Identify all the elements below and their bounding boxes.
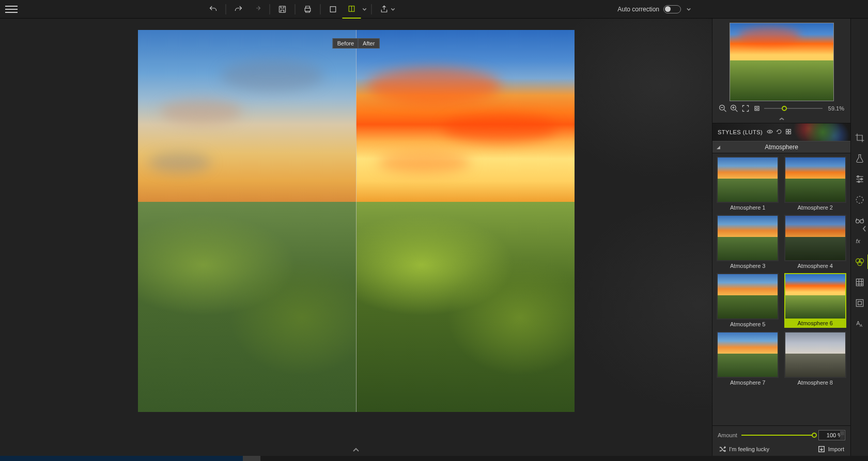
expand-filmstrip-button[interactable] [352, 446, 360, 455]
separator [320, 4, 321, 14]
share-button[interactable] [375, 0, 394, 19]
collapse-navigator-button[interactable] [712, 116, 850, 123]
redo-step-button[interactable] [248, 0, 267, 19]
amount-value-input[interactable]: 100 % [818, 430, 845, 440]
feeling-lucky-button[interactable]: I'm feeling lucky [719, 446, 769, 453]
separator [270, 4, 270, 14]
compare-divider[interactable] [356, 30, 357, 412]
after-chip: After [358, 38, 379, 49]
svg-text:fx: fx [856, 238, 860, 244]
single-view-button[interactable] [324, 0, 343, 19]
reset-icon[interactable] [776, 129, 782, 136]
preset-label: Atmosphere 2 [798, 203, 833, 212]
sidebar-footer: Amount 100 % I'm feeling lucky Import [712, 425, 850, 456]
status-bar [0, 456, 868, 461]
compare-view-button[interactable] [343, 0, 361, 19]
preset-8[interactable]: Atmosphere 8 [783, 331, 848, 387]
before-image [138, 30, 357, 412]
preset-label: Atmosphere 6 [784, 319, 846, 328]
preset-scroll-area[interactable]: Atmosphere 1Atmosphere 2Atmosphere 3Atmo… [712, 153, 850, 425]
top-toolbar: Auto correction [0, 0, 868, 19]
glasses-tool[interactable] [854, 215, 865, 226]
print-button[interactable] [299, 0, 317, 19]
svg-rect-17 [786, 132, 788, 134]
svg-line-9 [735, 109, 737, 112]
svg-rect-16 [789, 130, 791, 132]
grid-icon[interactable] [785, 129, 792, 136]
preset-5[interactable]: Atmosphere 5 [716, 273, 780, 328]
styles-header-icons [767, 129, 792, 136]
separator [371, 4, 372, 14]
preset-3[interactable]: Atmosphere 3 [716, 215, 780, 270]
svg-point-14 [769, 131, 771, 133]
svg-rect-0 [280, 6, 286, 12]
before-chip: Before [333, 38, 358, 49]
preset-1[interactable]: Atmosphere 1 [716, 156, 780, 212]
preset-label: Atmosphere 5 [730, 320, 765, 328]
svg-rect-15 [786, 130, 788, 132]
svg-rect-2 [330, 6, 336, 12]
sliders-tool[interactable] [854, 173, 865, 185]
preset-2[interactable]: Atmosphere 2 [783, 156, 848, 212]
frame-tool[interactable] [854, 297, 865, 309]
amount-slider[interactable] [741, 435, 814, 436]
preset-label: Atmosphere 1 [730, 203, 765, 212]
canvas-area: Before After [0, 19, 712, 456]
separator [295, 4, 296, 14]
preset-label: Atmosphere 4 [798, 261, 833, 270]
auto-correction-label: Auto correction [617, 6, 659, 13]
preset-7[interactable]: Atmosphere 7 [716, 331, 780, 387]
import-icon [818, 446, 825, 453]
svg-rect-33 [856, 279, 863, 285]
before-after-labels: Before After [333, 38, 380, 49]
svg-point-13 [756, 107, 758, 109]
menu-button[interactable] [5, 3, 18, 15]
after-image [356, 30, 575, 412]
svg-rect-39 [858, 301, 861, 305]
zoom-fit-button[interactable] [741, 104, 750, 113]
fx-tool[interactable]: fx [854, 235, 865, 247]
navigator-thumbnail[interactable] [730, 23, 834, 101]
amount-label: Amount [718, 432, 737, 438]
svg-rect-18 [789, 132, 791, 134]
zoom-slider[interactable] [764, 108, 823, 109]
view-mode-dropdown[interactable] [361, 0, 368, 19]
undo-button[interactable] [204, 0, 223, 19]
collapse-triangle-icon: ◢ [717, 145, 720, 150]
auto-correction-group: Auto correction [617, 0, 692, 19]
svg-rect-38 [856, 299, 863, 306]
right-sidebar: 59.1% STYLES (LUTS) ◢ Atmosphere Atmosph… [712, 19, 850, 456]
text-tool[interactable]: AA [854, 318, 865, 329]
svg-text:A: A [860, 323, 862, 328]
zoom-hand-button[interactable] [753, 104, 761, 113]
styles-panel-header[interactable]: STYLES (LUTS) [712, 123, 850, 141]
eye-icon[interactable] [767, 129, 773, 136]
compare-image[interactable] [138, 30, 575, 412]
svg-rect-12 [755, 106, 759, 110]
auto-correction-dropdown[interactable] [685, 0, 692, 19]
preset-6[interactable]: Atmosphere 6 [783, 273, 848, 328]
color-wheel-tool[interactable] [854, 256, 865, 267]
shuffle-icon [719, 446, 726, 453]
preset-category-label: Atmosphere [765, 144, 798, 151]
crop-tool[interactable] [854, 132, 865, 144]
preset-grid: Atmosphere 1Atmosphere 2Atmosphere 3Atmo… [716, 156, 847, 387]
mask-tool[interactable] [854, 194, 865, 205]
preset-4[interactable]: Atmosphere 4 [783, 215, 848, 270]
zoom-in-button[interactable] [730, 104, 738, 113]
tool-strip: fx AA [850, 19, 868, 456]
preset-category-header[interactable]: ◢ Atmosphere [712, 141, 850, 153]
lab-tool[interactable] [854, 153, 865, 164]
import-button[interactable]: Import [818, 446, 844, 453]
preset-label: Atmosphere 8 [798, 378, 833, 387]
preset-label: Atmosphere 7 [730, 378, 765, 387]
zoom-out-button[interactable] [719, 104, 727, 113]
expand-toolstrip-button[interactable] [862, 225, 867, 234]
redo-button[interactable] [229, 0, 248, 19]
save-button[interactable] [273, 0, 292, 19]
zoom-controls: 59.1% [717, 104, 846, 113]
auto-correction-toggle[interactable] [663, 5, 681, 13]
zoom-percent: 59.1% [826, 105, 844, 112]
navigator-panel: 59.1% [712, 19, 850, 116]
texture-tool[interactable] [854, 277, 865, 288]
